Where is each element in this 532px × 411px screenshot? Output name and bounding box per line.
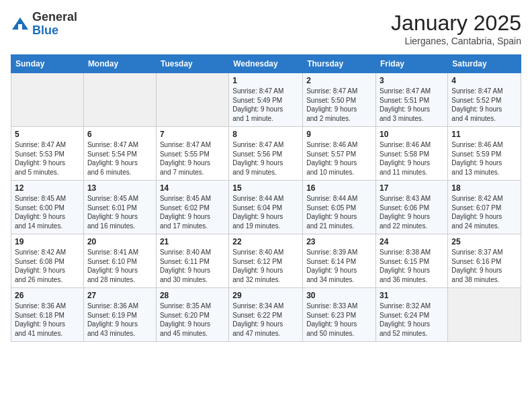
calendar-cell — [156, 73, 228, 127]
col-header-tuesday: Tuesday — [156, 55, 228, 73]
day-number: 8 — [232, 130, 299, 139]
calendar-table: SundayMondayTuesdayWednesdayThursdayFrid… — [11, 54, 521, 342]
calendar-cell: 24Sunrise: 8:38 AM Sunset: 6:15 PM Dayli… — [376, 234, 448, 288]
calendar-cell: 28Sunrise: 8:35 AM Sunset: 6:20 PM Dayli… — [156, 288, 228, 342]
calendar-cell: 23Sunrise: 8:39 AM Sunset: 6:14 PM Dayli… — [303, 234, 376, 288]
calendar-cell: 31Sunrise: 8:32 AM Sunset: 6:24 PM Dayli… — [376, 288, 448, 342]
day-info: Sunrise: 8:41 AM Sunset: 6:10 PM Dayligh… — [87, 248, 152, 284]
day-number: 17 — [380, 183, 444, 193]
day-number: 30 — [306, 291, 372, 300]
day-number: 26 — [15, 291, 80, 300]
day-number: 22 — [232, 237, 299, 246]
day-info: Sunrise: 8:39 AM Sunset: 6:14 PM Dayligh… — [306, 248, 372, 284]
calendar-cell: 9Sunrise: 8:46 AM Sunset: 5:57 PM Daylig… — [303, 127, 376, 181]
col-header-saturday: Saturday — [448, 55, 521, 73]
day-number: 5 — [15, 130, 80, 139]
day-info: Sunrise: 8:34 AM Sunset: 6:22 PM Dayligh… — [232, 302, 299, 338]
day-number: 12 — [15, 183, 80, 193]
calendar-week-row: 1Sunrise: 8:47 AM Sunset: 5:49 PM Daylig… — [11, 73, 521, 127]
calendar-cell: 15Sunrise: 8:44 AM Sunset: 6:04 PM Dayli… — [229, 181, 303, 234]
day-number: 25 — [451, 237, 517, 246]
day-info: Sunrise: 8:46 AM Sunset: 5:58 PM Dayligh… — [380, 140, 444, 177]
day-number: 10 — [380, 130, 444, 139]
calendar-cell: 6Sunrise: 8:47 AM Sunset: 5:54 PM Daylig… — [83, 127, 156, 181]
calendar-cell: 5Sunrise: 8:47 AM Sunset: 5:53 PM Daylig… — [11, 127, 84, 181]
day-number: 16 — [306, 183, 372, 193]
day-number: 7 — [160, 130, 225, 139]
calendar-cell — [448, 288, 521, 342]
location-text: Lierganes, Cantabria, Spain — [391, 36, 521, 46]
day-info: Sunrise: 8:47 AM Sunset: 5:50 PM Dayligh… — [306, 87, 372, 123]
calendar-header-row: SundayMondayTuesdayWednesdayThursdayFrid… — [11, 55, 521, 73]
calendar-cell: 30Sunrise: 8:33 AM Sunset: 6:23 PM Dayli… — [303, 288, 376, 342]
logo-general-text: General — [32, 11, 77, 24]
calendar-cell: 2Sunrise: 8:47 AM Sunset: 5:50 PM Daylig… — [303, 73, 376, 127]
day-info: Sunrise: 8:47 AM Sunset: 5:56 PM Dayligh… — [232, 140, 299, 177]
day-info: Sunrise: 8:35 AM Sunset: 6:20 PM Dayligh… — [160, 302, 225, 338]
day-number: 18 — [451, 183, 517, 193]
day-info: Sunrise: 8:36 AM Sunset: 6:18 PM Dayligh… — [15, 302, 80, 338]
day-number: 14 — [160, 183, 225, 193]
calendar-cell: 14Sunrise: 8:45 AM Sunset: 6:02 PM Dayli… — [156, 181, 228, 234]
calendar-cell: 22Sunrise: 8:40 AM Sunset: 6:12 PM Dayli… — [229, 234, 303, 288]
calendar-cell — [83, 73, 156, 127]
calendar-cell: 19Sunrise: 8:42 AM Sunset: 6:08 PM Dayli… — [11, 234, 84, 288]
day-number: 20 — [87, 237, 152, 246]
day-info: Sunrise: 8:47 AM Sunset: 5:49 PM Dayligh… — [232, 87, 299, 123]
day-info: Sunrise: 8:45 AM Sunset: 6:00 PM Dayligh… — [15, 194, 80, 230]
day-info: Sunrise: 8:40 AM Sunset: 6:12 PM Dayligh… — [232, 248, 299, 284]
day-info: Sunrise: 8:42 AM Sunset: 6:07 PM Dayligh… — [451, 194, 517, 230]
title-block: January 2025 Lierganes, Cantabria, Spain — [391, 11, 521, 46]
page-header: General Blue January 2025 Lierganes, Can… — [11, 11, 521, 46]
col-header-thursday: Thursday — [303, 55, 376, 73]
day-number: 11 — [451, 130, 517, 139]
day-number: 3 — [380, 76, 444, 85]
calendar-cell: 16Sunrise: 8:44 AM Sunset: 6:05 PM Dayli… — [303, 181, 376, 234]
calendar-cell: 13Sunrise: 8:45 AM Sunset: 6:01 PM Dayli… — [83, 181, 156, 234]
calendar-cell: 3Sunrise: 8:47 AM Sunset: 5:51 PM Daylig… — [376, 73, 448, 127]
svg-rect-1 — [18, 24, 22, 30]
day-info: Sunrise: 8:47 AM Sunset: 5:53 PM Dayligh… — [15, 140, 80, 177]
calendar-week-row: 26Sunrise: 8:36 AM Sunset: 6:18 PM Dayli… — [11, 288, 521, 342]
calendar-cell: 8Sunrise: 8:47 AM Sunset: 5:56 PM Daylig… — [229, 127, 303, 181]
calendar-cell: 18Sunrise: 8:42 AM Sunset: 6:07 PM Dayli… — [448, 181, 521, 234]
day-info: Sunrise: 8:46 AM Sunset: 5:59 PM Dayligh… — [451, 140, 517, 177]
day-number: 29 — [232, 291, 299, 300]
calendar-cell: 4Sunrise: 8:47 AM Sunset: 5:52 PM Daylig… — [448, 73, 521, 127]
day-info: Sunrise: 8:32 AM Sunset: 6:24 PM Dayligh… — [380, 302, 444, 338]
col-header-monday: Monday — [83, 55, 156, 73]
calendar-week-row: 12Sunrise: 8:45 AM Sunset: 6:00 PM Dayli… — [11, 181, 521, 234]
calendar-cell: 7Sunrise: 8:47 AM Sunset: 5:55 PM Daylig… — [156, 127, 228, 181]
calendar-cell: 17Sunrise: 8:43 AM Sunset: 6:06 PM Dayli… — [376, 181, 448, 234]
logo-blue-text: Blue — [32, 24, 77, 38]
day-info: Sunrise: 8:45 AM Sunset: 6:02 PM Dayligh… — [160, 194, 225, 230]
calendar-cell: 20Sunrise: 8:41 AM Sunset: 6:10 PM Dayli… — [83, 234, 156, 288]
day-number: 19 — [15, 237, 80, 246]
day-info: Sunrise: 8:47 AM Sunset: 5:55 PM Dayligh… — [160, 140, 225, 177]
calendar-week-row: 19Sunrise: 8:42 AM Sunset: 6:08 PM Dayli… — [11, 234, 521, 288]
month-title: January 2025 — [391, 11, 521, 36]
calendar-cell: 21Sunrise: 8:40 AM Sunset: 6:11 PM Dayli… — [156, 234, 228, 288]
calendar-cell: 10Sunrise: 8:46 AM Sunset: 5:58 PM Dayli… — [376, 127, 448, 181]
day-info: Sunrise: 8:47 AM Sunset: 5:51 PM Dayligh… — [380, 87, 444, 123]
calendar-cell — [11, 73, 84, 127]
day-number: 27 — [87, 291, 152, 300]
day-number: 2 — [306, 76, 372, 85]
day-number: 15 — [232, 183, 299, 193]
day-number: 31 — [380, 291, 444, 300]
day-info: Sunrise: 8:47 AM Sunset: 5:52 PM Dayligh… — [451, 87, 517, 123]
calendar-cell: 27Sunrise: 8:36 AM Sunset: 6:19 PM Dayli… — [83, 288, 156, 342]
calendar-week-row: 5Sunrise: 8:47 AM Sunset: 5:53 PM Daylig… — [11, 127, 521, 181]
day-info: Sunrise: 8:46 AM Sunset: 5:57 PM Dayligh… — [306, 140, 372, 177]
col-header-sunday: Sunday — [11, 55, 84, 73]
calendar-cell: 12Sunrise: 8:45 AM Sunset: 6:00 PM Dayli… — [11, 181, 84, 234]
day-info: Sunrise: 8:36 AM Sunset: 6:19 PM Dayligh… — [87, 302, 152, 338]
day-number: 28 — [160, 291, 225, 300]
calendar-cell: 11Sunrise: 8:46 AM Sunset: 5:59 PM Dayli… — [448, 127, 521, 181]
day-number: 23 — [306, 237, 372, 246]
day-number: 9 — [306, 130, 372, 139]
calendar-cell: 1Sunrise: 8:47 AM Sunset: 5:49 PM Daylig… — [229, 73, 303, 127]
day-number: 6 — [87, 130, 152, 139]
day-info: Sunrise: 8:37 AM Sunset: 6:16 PM Dayligh… — [451, 248, 517, 284]
logo: General Blue — [11, 11, 77, 38]
